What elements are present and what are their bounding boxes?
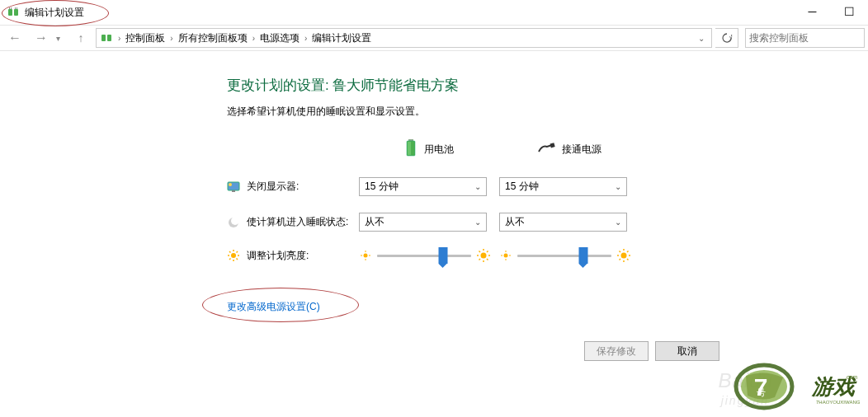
nav-forward-button[interactable]: → [30, 26, 53, 49]
svg-line-52 [620, 259, 621, 260]
svg-rect-13 [232, 190, 235, 192]
sleep-battery-dropdown[interactable]: 从不 ⌄ [359, 213, 487, 232]
svg-text:7HAOYOUXIWANG: 7HAOYOUXIWANG [816, 400, 861, 405]
dialog-buttons: 保存修改 取消 [584, 341, 719, 361]
breadcrumb-item[interactable]: 控制面板 [122, 31, 168, 45]
svg-point-40 [504, 254, 508, 258]
svg-line-36 [479, 251, 481, 253]
maximize-button[interactable]: ☐ [831, 0, 868, 23]
slider-thumb[interactable] [578, 247, 587, 264]
chevron-down-icon: ⌄ [615, 182, 621, 191]
svg-text:号: 号 [757, 387, 766, 397]
svg-line-37 [487, 259, 488, 260]
moon-icon [227, 216, 240, 229]
slider-track[interactable] [517, 255, 611, 257]
svg-line-51 [627, 259, 629, 260]
svg-rect-11 [550, 143, 555, 148]
advanced-power-settings-link[interactable]: 更改高级电源设置(C) [227, 300, 320, 314]
svg-rect-0 [8, 9, 12, 16]
sun-bright-icon [616, 248, 631, 263]
brightness-battery-slider[interactable] [359, 248, 491, 263]
row-label-display: 关闭显示器: [227, 180, 359, 194]
power-settings-table: 用电池 接通电源 关闭显示器: 15 分钟 ⌄ 15 分钟 ⌄ [227, 138, 818, 263]
breadcrumb-item[interactable]: 编辑计划设置 [309, 31, 375, 45]
search-box[interactable] [745, 28, 865, 48]
page-heading: 更改计划的设置: 鲁大师节能省电方案 [227, 76, 818, 95]
svg-line-53 [627, 251, 629, 253]
refresh-button[interactable] [715, 28, 738, 48]
svg-point-26 [364, 254, 368, 258]
window-titlebar: 编辑计划设置 ─ ☐ [0, 0, 868, 25]
svg-point-16 [231, 217, 239, 225]
search-input[interactable] [749, 32, 861, 44]
svg-rect-2 [9, 7, 10, 9]
chevron-down-icon: ⌄ [615, 218, 621, 227]
navigation-bar: ← → ▾ ↑ › 控制面板 › 所有控制面板项 › 电源选项 › 编辑计划设置… [0, 25, 868, 51]
cancel-button[interactable]: 取消 [655, 341, 719, 361]
plug-icon [537, 142, 555, 157]
app-icon [7, 6, 20, 19]
site-logo: 7 号 游戏 .com 7HAOYOUXIWANG [729, 363, 861, 410]
sun-dim-icon [499, 249, 512, 262]
svg-line-23 [237, 259, 238, 260]
column-header-plugged: 接通电源 [499, 142, 639, 157]
display-off-battery-dropdown[interactable]: 15 分钟 ⌄ [359, 177, 487, 196]
breadcrumb-icon [100, 31, 113, 45]
minimize-button[interactable]: ─ [794, 0, 831, 23]
svg-rect-7 [107, 35, 111, 41]
slider-thumb[interactable] [438, 247, 447, 264]
sun-bright-icon [476, 248, 491, 263]
content-area: 更改计划的设置: 鲁大师节能省电方案 选择希望计算机使用的睡眠设置和显示设置。 … [0, 51, 868, 330]
breadcrumb-item[interactable]: 所有控制面板项 [175, 31, 251, 45]
display-off-plugged-dropdown[interactable]: 15 分钟 ⌄ [499, 177, 627, 196]
svg-rect-4 [15, 7, 16, 9]
chevron-right-icon: › [304, 34, 307, 43]
svg-rect-3 [11, 7, 12, 9]
svg-point-31 [481, 253, 487, 259]
slider-track[interactable] [377, 255, 471, 257]
sleep-plugged-dropdown[interactable]: 从不 ⌄ [499, 213, 627, 232]
svg-line-22 [229, 251, 231, 253]
svg-line-39 [487, 251, 488, 253]
svg-text:.com: .com [845, 374, 857, 380]
battery-icon [404, 138, 417, 161]
sun-dim-icon [359, 249, 372, 262]
svg-line-24 [229, 259, 231, 260]
breadcrumb[interactable]: › 控制面板 › 所有控制面板项 › 电源选项 › 编辑计划设置 ⌄ [96, 28, 712, 48]
svg-point-45 [621, 253, 627, 259]
column-header-battery: 用电池 [359, 138, 499, 161]
sun-icon [227, 249, 240, 262]
breadcrumb-item[interactable]: 电源选项 [257, 31, 303, 45]
nav-back-button[interactable]: ← [3, 26, 26, 49]
nav-history-dropdown[interactable]: ▾ [56, 34, 66, 43]
svg-rect-6 [101, 35, 106, 41]
nav-up-button[interactable]: ↑ [69, 26, 92, 49]
chevron-down-icon: ⌄ [474, 218, 481, 227]
brightness-plugged-slider[interactable] [499, 248, 631, 263]
chevron-right-icon: › [170, 34, 172, 43]
chevron-right-icon: › [252, 34, 255, 43]
svg-line-38 [479, 259, 481, 260]
svg-point-17 [231, 253, 236, 258]
row-label-brightness: 调整计划亮度: [227, 249, 359, 263]
window-title: 编辑计划设置 [25, 6, 84, 20]
svg-line-50 [620, 251, 621, 253]
chevron-down-icon: ⌄ [474, 182, 481, 191]
chevron-right-icon: › [118, 34, 120, 43]
svg-rect-5 [17, 7, 17, 9]
row-label-sleep: 使计算机进入睡眠状态: [227, 215, 359, 229]
svg-rect-10 [408, 142, 411, 155]
page-subheading: 选择希望计算机使用的睡眠设置和显示设置。 [227, 105, 818, 119]
svg-line-25 [237, 251, 238, 253]
svg-point-14 [229, 183, 232, 186]
breadcrumb-dropdown[interactable]: ⌄ [698, 34, 708, 43]
monitor-icon [227, 180, 240, 194]
save-button[interactable]: 保存修改 [584, 341, 649, 361]
svg-rect-1 [14, 9, 18, 16]
